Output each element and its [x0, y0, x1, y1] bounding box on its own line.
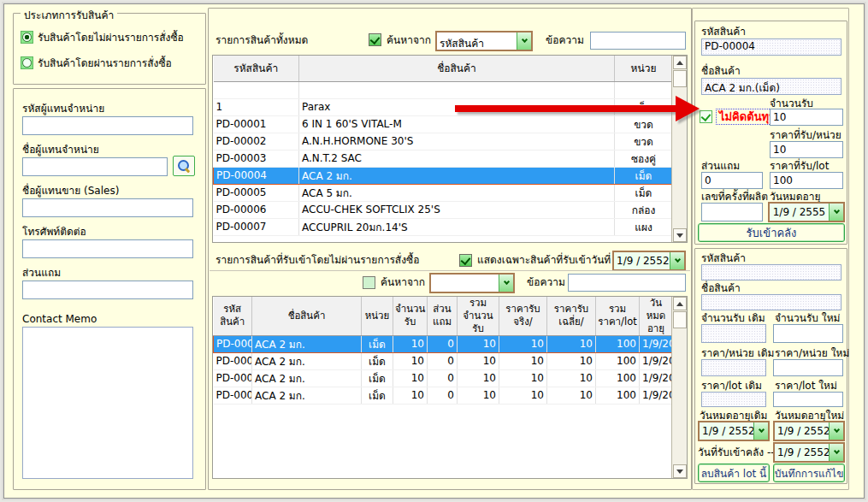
table-row[interactable]: PD-000016 IN 1 60'S VITAL-Mขวด	[214, 115, 673, 133]
delete-lot-button[interactable]: ลบสินค้า lot นี้	[698, 464, 770, 482]
table-cell[interactable]: ACA 2 มก.	[252, 352, 362, 369]
no-cost-checkbox[interactable]	[700, 110, 712, 123]
table-cell[interactable]: PD-0000	[214, 335, 252, 352]
table-cell[interactable]	[615, 81, 673, 98]
scroll-thumb[interactable]	[673, 311, 687, 328]
table-cell[interactable]: 10	[393, 369, 428, 387]
table-cell[interactable]: 0	[428, 369, 458, 387]
table-row[interactable]: PD-00007ACCUPRIL 20มก.14'Sแผง	[214, 218, 673, 235]
sales-name-input[interactable]	[22, 198, 193, 217]
receive-unit-price-input[interactable]	[770, 141, 843, 158]
table-row[interactable]: PD-00003A.N.T.2 SACซองคู่	[214, 150, 673, 167]
receive-expiry-dropdown-button[interactable]	[829, 204, 843, 221]
table-cell[interactable]: A.N.T.2 SAC	[299, 150, 615, 167]
receive-submit-button[interactable]: รับเข้าคลัง	[698, 223, 845, 242]
table-cell[interactable]: 1/9/201	[640, 352, 673, 369]
dealer-search-button[interactable]	[173, 156, 195, 176]
table-cell[interactable]: 100	[596, 387, 640, 404]
edit-expiry-new-combobox[interactable]: 1/9 / 2552	[773, 421, 845, 441]
receive-bonus-input[interactable]	[701, 172, 763, 189]
phone-input[interactable]	[22, 239, 193, 258]
table-cell[interactable]: เม็ด	[615, 184, 673, 201]
received-search-by-combobox[interactable]	[429, 273, 515, 293]
table-cell[interactable]: 6 IN 1 60'S VITAL-M	[299, 115, 615, 133]
table-cell[interactable]: 1/9/201	[640, 369, 673, 387]
received-text-input[interactable]	[568, 274, 686, 292]
table-cell[interactable]: 100	[596, 352, 640, 369]
table-cell[interactable]: 10	[393, 387, 428, 404]
table-cell[interactable]: 0	[428, 387, 458, 404]
table-cell[interactable]: เม็ด	[615, 167, 673, 184]
save-edit-button[interactable]: บันทึกการแก้ไข	[773, 464, 845, 482]
table-cell[interactable]: เม็ด	[362, 335, 393, 352]
table-cell[interactable]: PD-00002	[214, 133, 299, 150]
contact-memo-textarea[interactable]	[22, 327, 193, 479]
receive-expiry-combobox[interactable]: 1/9 / 2555	[768, 202, 845, 222]
bonus-input[interactable]	[22, 281, 193, 299]
table-cell[interactable]: ขวด	[615, 115, 673, 133]
table-cell[interactable]: ซองคู่	[615, 150, 673, 167]
table-row[interactable]: PD-00002A.N.H.HORMONE 30'Sขวด	[214, 133, 673, 150]
table-cell[interactable]: Parax	[299, 98, 615, 115]
radio-receive-without-po-label[interactable]: รับสินค้าโดยไม่ผ่านรายการสั่งซื้อ	[38, 32, 184, 44]
table-cell[interactable]: เม็ด	[615, 98, 673, 115]
edit-lot-price-new-input[interactable]	[773, 392, 843, 407]
edit-unit-price-new-input[interactable]	[773, 359, 843, 376]
table-cell[interactable]: 10	[547, 369, 596, 387]
table-row[interactable]: PD-00006ACCU-CHEK SOFTCLIX 25'Sกล่อง	[214, 201, 673, 218]
table-cell[interactable]: 10	[547, 352, 596, 369]
table-row[interactable]: 1Paraxเม็ด	[214, 98, 673, 115]
table-cell[interactable]: 0	[428, 335, 458, 352]
table-cell[interactable]: ACCUPRIL 20มก.14'S	[299, 218, 615, 235]
received-search-checkbox[interactable]	[363, 276, 375, 289]
table-cell[interactable]: 10	[499, 369, 547, 387]
received-filter-date-combobox[interactable]: 1/9 / 2552	[612, 251, 686, 271]
edit-expiry-new-dropdown-button[interactable]	[829, 422, 843, 440]
edit-receive-date-dropdown-button[interactable]	[829, 444, 843, 461]
radio-receive-without-po[interactable]	[21, 31, 33, 44]
table-cell[interactable]: 10	[458, 369, 499, 387]
table-cell[interactable]: เม็ด	[362, 369, 393, 387]
dealer-code-input[interactable]	[22, 116, 193, 135]
product-search-checkbox[interactable]	[369, 33, 381, 46]
table-cell[interactable]: 10	[547, 387, 596, 404]
table-cell[interactable]: 10	[547, 335, 596, 352]
table-cell[interactable]: 10	[458, 335, 499, 352]
table-cell[interactable]: 10	[499, 335, 547, 352]
table-row[interactable]: PD-0000ACA 2 มก.เม็ด1001010101001/9/201	[214, 352, 673, 369]
table-cell[interactable]: PD-00007	[214, 218, 299, 235]
table-cell[interactable]: PD-0000	[214, 352, 252, 369]
table-row[interactable]: PD-0000ACA 2 มก.เม็ด1001010101001/9/201	[214, 335, 673, 352]
table-cell[interactable]: 10	[458, 387, 499, 404]
table-cell[interactable]: ACA 5 มก.	[299, 184, 615, 201]
radio-receive-with-po-label[interactable]: รับสินค้าโดยผ่านรายการสั่งซื้อ	[38, 57, 172, 69]
table-cell[interactable]: PD-00006	[214, 201, 299, 218]
table-cell[interactable]: PD-0000	[214, 387, 252, 404]
table-row[interactable]: PD-00004ACA 2 มก.เม็ด	[214, 167, 673, 184]
received-search-by-dropdown-button[interactable]	[499, 275, 513, 292]
scroll-up-icon[interactable]	[673, 297, 687, 310]
table-cell[interactable]: 10	[458, 352, 499, 369]
table-cell[interactable]: 1/9/201	[640, 387, 673, 404]
receive-lot-price-input[interactable]	[770, 172, 843, 189]
table-row[interactable]: PD-00005ACA 5 มก.เม็ด	[214, 184, 673, 201]
table-cell[interactable]: 100	[596, 335, 640, 352]
received-filter-date-dropdown-button[interactable]	[670, 252, 684, 269]
table-cell[interactable]: ACA 2 มก.	[252, 335, 362, 352]
table-cell[interactable]: 10	[499, 352, 547, 369]
table-cell[interactable]: ACA 2 มก.	[252, 369, 362, 387]
product-table-scrollbar[interactable]	[671, 56, 687, 242]
table-cell[interactable]: ขวด	[615, 133, 673, 150]
table-cell[interactable]: ACCU-CHEK SOFTCLIX 25'S	[299, 201, 615, 218]
table-cell[interactable]: 1	[214, 98, 299, 115]
table-cell[interactable]: PD-00003	[214, 150, 299, 167]
edit-expiry-old-combobox[interactable]: 1/9 / 2552	[698, 421, 770, 441]
table-cell[interactable]: 100	[596, 369, 640, 387]
scroll-down-icon[interactable]	[673, 464, 687, 478]
edit-receive-date-combobox[interactable]: 1/9 / 2552	[773, 442, 845, 463]
product-text-input[interactable]	[590, 32, 686, 50]
table-cell[interactable]: แผง	[615, 218, 673, 235]
product-search-by-dropdown-button[interactable]	[517, 32, 531, 50]
edit-expiry-old-dropdown-button[interactable]	[753, 422, 768, 440]
table-cell[interactable]: PD-00001	[214, 115, 299, 133]
